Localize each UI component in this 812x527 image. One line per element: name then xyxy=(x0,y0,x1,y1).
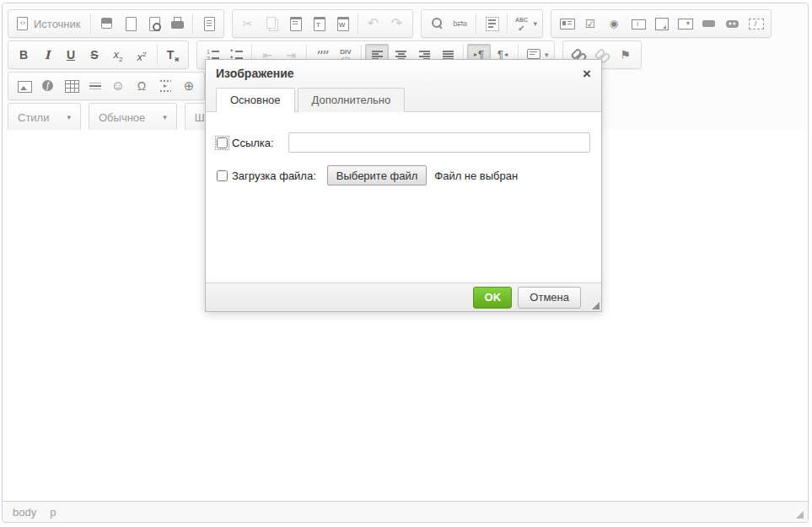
paste-word-button[interactable] xyxy=(331,13,354,35)
horizontal-rule-icon xyxy=(85,76,104,96)
radio-button[interactable]: ◉ xyxy=(602,13,626,35)
upload-checkbox[interactable] xyxy=(217,170,228,181)
flash-button[interactable] xyxy=(35,75,59,97)
dropdown-arrow-icon: ▾ xyxy=(67,113,71,121)
toolbar-separator xyxy=(192,13,193,34)
upload-field-row: Загрузка файла: Выберите файл Файл не вы… xyxy=(217,165,590,186)
source-label: Источник xyxy=(34,18,81,30)
element-path-body[interactable]: body xyxy=(13,506,36,519)
subscript-button[interactable]: x xyxy=(106,44,130,66)
status-bar: body p xyxy=(3,501,808,522)
close-icon[interactable]: × xyxy=(583,67,591,80)
dialog-header: Изображение × Основное Дополнительно xyxy=(206,60,601,112)
toolbar-group: BIUSxxT xyxy=(8,40,189,69)
underline-icon: U xyxy=(62,45,80,65)
iframe-icon: ⊕ xyxy=(180,76,198,96)
checkbox-button[interactable]: ☑ xyxy=(578,13,602,35)
undo-icon: ↶ xyxy=(364,13,383,34)
smiley-icon: ☺ xyxy=(109,76,127,96)
italic-icon: I xyxy=(38,45,56,65)
paste-text-icon xyxy=(309,13,328,34)
underline-button[interactable]: U xyxy=(59,44,83,66)
hidden-field-button[interactable] xyxy=(744,13,767,35)
special-char-icon: Ω xyxy=(132,76,151,96)
superscript-icon: x xyxy=(132,45,151,65)
redo-button[interactable]: ↷ xyxy=(385,13,409,35)
replace-button[interactable]: b⇄a xyxy=(449,13,472,35)
toolbar-separator xyxy=(476,13,476,34)
anchor-button[interactable]: ⚑ xyxy=(614,44,637,66)
dropdown-arrow-icon: ▾ xyxy=(534,19,538,28)
italic-button[interactable]: I xyxy=(35,44,59,66)
special-char-button[interactable]: Ω xyxy=(130,75,153,97)
preview-button[interactable] xyxy=(142,13,165,35)
tab-advanced[interactable]: Дополнительно xyxy=(298,88,406,112)
dropdown-arrow-icon: ▾ xyxy=(545,51,549,59)
form-button[interactable] xyxy=(555,13,578,35)
styles-combo[interactable]: Стили▾ xyxy=(8,103,81,132)
bold-icon: B xyxy=(14,45,33,65)
tab-basic[interactable]: Основное xyxy=(216,88,295,112)
templates-button[interactable] xyxy=(196,13,220,35)
select-field-button[interactable] xyxy=(673,13,696,35)
paste-text-button[interactable] xyxy=(307,13,331,35)
preview-icon xyxy=(144,13,163,34)
copy-button[interactable] xyxy=(260,13,283,35)
image-button[interactable] xyxy=(12,75,35,97)
remove-format-button[interactable]: T xyxy=(161,44,185,66)
paste-icon xyxy=(286,13,304,34)
save-button[interactable] xyxy=(94,13,118,35)
page-break-button[interactable]: ▸ xyxy=(153,75,177,97)
paste-button[interactable] xyxy=(283,13,307,35)
button-field-icon xyxy=(699,13,718,34)
horizontal-rule-button[interactable] xyxy=(83,75,106,97)
select-all-button[interactable] xyxy=(480,13,503,35)
image-button-button[interactable] xyxy=(720,13,744,35)
cancel-button[interactable]: Отмена xyxy=(518,287,581,309)
iframe-button[interactable]: ⊕ xyxy=(177,75,201,97)
toolbar-group: ☺Ω▸⊕ xyxy=(8,72,205,100)
dialog-tabs: Основное Дополнительно xyxy=(206,83,601,112)
toolbar-group: ☑◉ xyxy=(551,9,772,38)
print-button[interactable] xyxy=(165,13,189,35)
element-path-p[interactable]: p xyxy=(50,506,56,519)
subscript-icon: x xyxy=(109,45,127,65)
link-url-input[interactable] xyxy=(288,132,590,153)
dialog-body: Ссылка: Загрузка файла: Выберите файл Фа… xyxy=(206,112,601,186)
text-field-icon xyxy=(628,13,647,34)
hidden-field-icon xyxy=(746,13,765,34)
source-button[interactable]: Источник xyxy=(12,13,87,35)
dialog-footer: OK Отмена xyxy=(206,282,601,311)
undo-button[interactable]: ↶ xyxy=(362,13,385,35)
file-status-text: Файл не выбран xyxy=(434,169,518,182)
copy-icon xyxy=(262,13,281,34)
select-field-icon xyxy=(675,13,694,34)
radio-icon: ◉ xyxy=(605,13,623,34)
link-checkbox[interactable] xyxy=(217,137,228,148)
strike-button[interactable]: S xyxy=(83,44,106,66)
text-field-button[interactable] xyxy=(626,13,649,35)
print-icon xyxy=(168,13,186,34)
find-button[interactable] xyxy=(425,13,449,35)
choose-file-button[interactable]: Выберите файл xyxy=(327,165,427,186)
bold-button[interactable]: B xyxy=(12,44,35,66)
strike-icon: S xyxy=(85,45,104,65)
button-field-button[interactable] xyxy=(696,13,720,35)
cut-icon: ✂ xyxy=(239,13,257,34)
dialog-resize-handle[interactable] xyxy=(592,302,600,309)
new-page-button[interactable] xyxy=(118,13,142,35)
dialog-titlebar: Изображение × xyxy=(206,60,601,83)
cut-button[interactable]: ✂ xyxy=(236,13,260,35)
redo-icon: ↷ xyxy=(388,13,406,34)
toolbar-separator xyxy=(157,45,158,65)
format-combo[interactable]: Обычное▾ xyxy=(89,103,177,132)
smiley-button[interactable]: ☺ xyxy=(106,75,130,97)
editor-resize-handle[interactable] xyxy=(796,511,804,519)
ok-button[interactable]: OK xyxy=(473,287,512,309)
textarea-button[interactable] xyxy=(649,13,673,35)
superscript-button[interactable]: x xyxy=(130,44,153,66)
table-button[interactable] xyxy=(59,75,83,97)
spellcheck-button[interactable]: ABC▾ xyxy=(511,13,540,35)
anchor-icon: ⚑ xyxy=(616,45,635,65)
replace-icon: b⇄a xyxy=(451,13,470,34)
